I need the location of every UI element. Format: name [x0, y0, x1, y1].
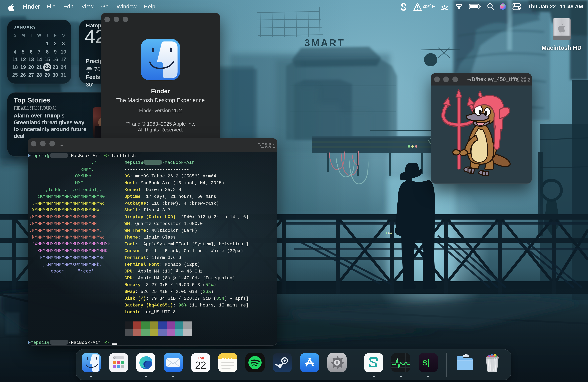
svg-text:2: 2 — [527, 77, 530, 82]
svg-text:3MАRТ: 3MАRТ — [304, 37, 345, 49]
svg-text:22: 22 — [195, 360, 206, 371]
svg-text:$: $ — [423, 359, 427, 368]
svg-text:1: 1 — [273, 143, 275, 149]
